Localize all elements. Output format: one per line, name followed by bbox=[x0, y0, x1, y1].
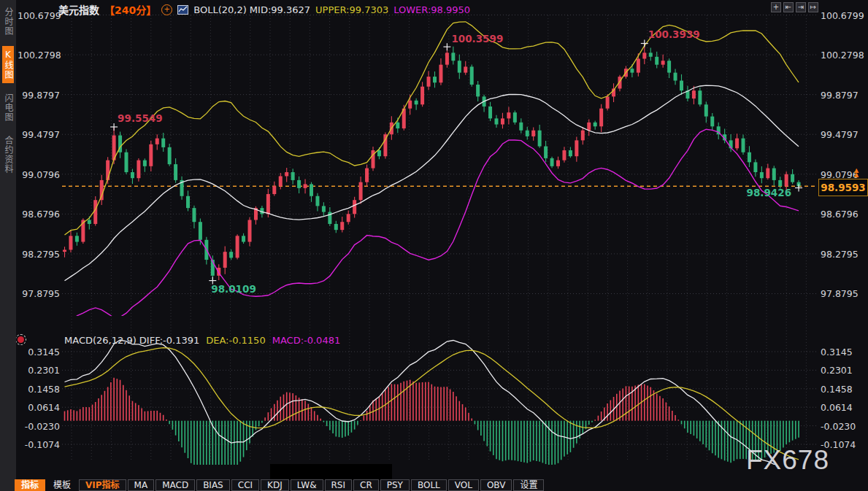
axis-tick: 99.8797 bbox=[18, 90, 60, 101]
axis-tick: 99.0796 bbox=[18, 169, 60, 180]
axis-tick: 0.2301 bbox=[18, 365, 60, 376]
extreme-price-label: 100.3939 bbox=[648, 28, 700, 40]
indicator-dot-icon[interactable] bbox=[18, 336, 24, 343]
axis-tick: 99.4797 bbox=[821, 129, 866, 140]
symbol-title: 美元指数 bbox=[58, 2, 99, 17]
axis-tick: 0.0614 bbox=[18, 402, 60, 413]
axis-tick: 98.2795 bbox=[821, 249, 866, 260]
axis-tick: 0.1458 bbox=[18, 384, 60, 395]
indicator-chart-icon bbox=[177, 5, 188, 15]
axis-tick: 100.6799 bbox=[18, 10, 60, 21]
time-axis: 240分 ▲ 10/0810/1711/0511/1411/2412/03 bbox=[0, 464, 868, 479]
toolbar-item-模板[interactable]: 模板 bbox=[47, 479, 77, 491]
axis-tick: 100.6799 bbox=[821, 10, 866, 21]
toolbar-item-CCI[interactable]: CCI bbox=[231, 479, 259, 491]
axis-tick: 0.2301 bbox=[821, 365, 866, 376]
boll-lower-readout: LOWER:98.9950 bbox=[393, 4, 470, 15]
axis-tick: 97.8795 bbox=[821, 288, 866, 299]
macd-diff-readout: MACD(26,12,9) DIFF:-0.1391 bbox=[64, 335, 199, 346]
toolbar-item-设置[interactable]: 设置 bbox=[513, 479, 544, 491]
price-up-arrows-icon: ▲▲ bbox=[854, 169, 859, 177]
macd-header: MACD(26,12,9) DIFF:-0.1391 DEA:-0.1150 M… bbox=[64, 335, 340, 346]
toolbar-item-MA[interactable]: MA bbox=[128, 479, 155, 491]
toolbar-item-LW&[interactable]: LW& bbox=[291, 479, 323, 491]
chart-zoom-controls: +⇤⇥↦ bbox=[771, 2, 818, 12]
toolbar-item-PSY[interactable]: PSY bbox=[380, 479, 410, 491]
extreme-price-label: 98.0109 bbox=[211, 283, 256, 295]
axis-tick: 98.2795 bbox=[18, 249, 60, 260]
sidebar-item-kline-chart[interactable]: K线图 bbox=[2, 46, 14, 83]
axis-tick: 0.3145 bbox=[821, 347, 866, 357]
current-price-badge: 98.9593 bbox=[818, 179, 868, 196]
toolbar-item-VOL[interactable]: VOL bbox=[448, 479, 479, 491]
axis-tick: 0.3145 bbox=[18, 347, 60, 357]
extreme-price-label: 100.3599 bbox=[451, 33, 503, 45]
axis-tick: 100.2798 bbox=[18, 50, 60, 61]
axis-tick: 98.6796 bbox=[18, 209, 60, 220]
zoom-out-x-button[interactable]: ⇥ bbox=[796, 2, 806, 12]
chart-header: 美元指数 【240分】 + BOLL(20,2) MID:99.3627 UPP… bbox=[58, 3, 470, 16]
price-macd-chart[interactable]: 99.5549100.3599100.393998.010998.9426 bbox=[0, 0, 868, 480]
axis-tick: 100.2798 bbox=[821, 50, 866, 61]
sidebar-item-flash-chart[interactable]: 闪电图 bbox=[2, 90, 14, 125]
trading-terminal: 99.5549100.3599100.393998.010998.9426 分时… bbox=[0, 0, 868, 491]
axis-tick: 0.0614 bbox=[821, 402, 866, 413]
axis-tick: 0.1458 bbox=[821, 384, 866, 395]
axis-tick: 99.4797 bbox=[18, 129, 60, 140]
zoom-in-x-button[interactable]: ⇤ bbox=[783, 2, 794, 12]
extreme-price-label: 99.5549 bbox=[118, 112, 163, 124]
link-circle-icon[interactable]: + bbox=[161, 4, 172, 15]
toolbar-item-BOLL[interactable]: BOLL bbox=[411, 479, 447, 491]
fx678-watermark: FX678 bbox=[746, 445, 829, 476]
blacked-out-region bbox=[270, 464, 392, 480]
axis-tick: -0.1074 bbox=[18, 439, 60, 450]
axis-tick: 98.6796 bbox=[821, 209, 866, 220]
axis-tick: 99.8797 bbox=[821, 90, 866, 101]
toolbar-item-指标[interactable]: 指标 bbox=[15, 479, 45, 491]
sidebar-item-time-share-chart[interactable]: 分时图 bbox=[2, 4, 14, 39]
toolbar-item-BIAS[interactable]: BIAS bbox=[196, 479, 230, 491]
toolbar-item-OBV[interactable]: OBV bbox=[480, 479, 512, 491]
chart-type-sidebar: 分时图K线图闪电图合约资料 bbox=[0, 0, 16, 491]
crosshair-button[interactable]: + bbox=[771, 2, 781, 12]
macd-hist-readout: MACD:-0.0481 bbox=[272, 335, 341, 346]
axis-tick: -0.0230 bbox=[821, 421, 866, 432]
timeframe-label: 【240分】 bbox=[104, 2, 156, 17]
axis-tick: 97.8795 bbox=[18, 288, 60, 299]
toolbar-item-CR[interactable]: CR bbox=[353, 479, 379, 491]
macd-dea-readout: DEA:-0.1150 bbox=[206, 335, 265, 346]
indicator-toolbar: 指标模板VIP指标MAMACDBIASCCIKDJLW&RSICRPSYBOLL… bbox=[15, 479, 544, 491]
extreme-price-label: 98.9426 bbox=[747, 187, 792, 198]
axis-tick: -0.0230 bbox=[18, 421, 60, 432]
boll-upper-readout: UPPER:99.7303 bbox=[315, 4, 388, 15]
boll-mid-readout: BOLL(20,2) MID:99.3627 bbox=[193, 4, 310, 15]
pan-right-button[interactable]: ↦ bbox=[808, 2, 818, 12]
toolbar-item-KDJ[interactable]: KDJ bbox=[261, 479, 289, 491]
sidebar-item-contract-info[interactable]: 合约资料 bbox=[2, 132, 14, 177]
toolbar-item-RSI[interactable]: RSI bbox=[325, 479, 353, 491]
toolbar-item-VIP指标[interactable]: VIP指标 bbox=[79, 479, 126, 491]
toolbar-item-MACD[interactable]: MACD bbox=[155, 479, 195, 491]
